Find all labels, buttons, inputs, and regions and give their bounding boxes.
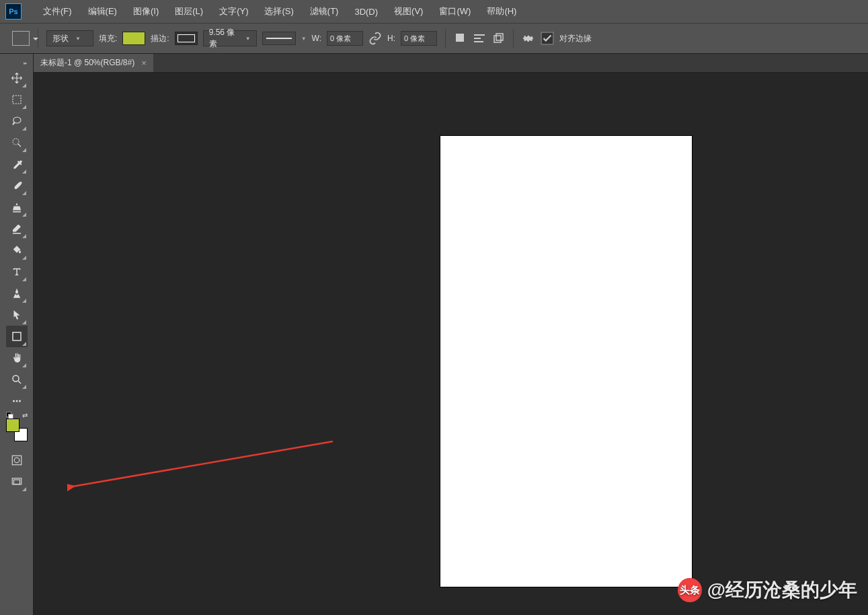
svg-rect-17 [13, 480, 19, 484]
menu-view[interactable]: 视图(V) [386, 5, 431, 17]
shape-mode-value: 形状 [52, 33, 69, 44]
eyedropper-tool[interactable] [6, 153, 28, 175]
gear-icon[interactable] [522, 32, 535, 45]
menu-select[interactable]: 选择(S) [256, 5, 301, 17]
app-logo: Ps [5, 3, 22, 20]
tools-panel: ⇄ [0, 54, 34, 615]
svg-rect-3 [474, 41, 483, 42]
document-tab-title: 未标题-1 @ 50%(RGB/8#) [40, 57, 134, 69]
height-label: H: [387, 34, 395, 43]
color-picker[interactable]: ⇄ [6, 419, 28, 441]
menu-type[interactable]: 文字(Y) [211, 5, 256, 17]
path-alignment-icon[interactable] [473, 32, 486, 45]
default-colors-icon[interactable] [6, 412, 13, 419]
menu-help[interactable]: 帮助(H) [479, 5, 524, 17]
svg-rect-5 [496, 34, 503, 40]
shape-mode-dropdown[interactable]: 形状 ▼ [46, 30, 93, 46]
path-operations-icon[interactable] [454, 32, 467, 45]
stroke-color-swatch[interactable] [175, 32, 198, 45]
zoom-tool[interactable] [6, 369, 28, 390]
quick-mask-tool[interactable] [6, 449, 28, 471]
menu-bar: Ps 文件(F) 编辑(E) 图像(I) 图层(L) 文字(Y) 选择(S) 滤… [0, 0, 868, 23]
hand-tool[interactable] [6, 347, 28, 369]
canvas[interactable] [440, 136, 692, 587]
svg-point-15 [14, 458, 19, 463]
canvas-viewport[interactable] [34, 73, 868, 615]
menu-image[interactable]: 图像(I) [125, 5, 167, 17]
annotation-arrow [67, 436, 336, 503]
rectangular-marquee-tool[interactable] [6, 89, 28, 110]
svg-rect-14 [12, 456, 22, 465]
tool-preset-picker[interactable] [12, 31, 30, 46]
eraser-tool[interactable] [6, 218, 28, 240]
watermark-text: @经历沧桑的少年 [707, 577, 857, 603]
document-area: 未标题-1 @ 50%(RGB/8#) × [34, 54, 868, 615]
menu-file[interactable]: 文件(F) [35, 5, 80, 17]
swap-colors-icon[interactable]: ⇄ [22, 412, 28, 419]
link-icon[interactable] [368, 32, 382, 45]
expand-panel-icon[interactable] [24, 55, 30, 65]
lasso-tool[interactable] [6, 110, 28, 132]
menu-3d[interactable]: 3D(D) [346, 7, 386, 17]
options-bar: 形状 ▼ 填充: 描边: 9.56 像素 ▼ ▼ W: H: 对齐边缘 [0, 23, 868, 54]
chevron-down-icon: ▼ [75, 36, 81, 42]
chevron-down-icon: ▼ [301, 36, 307, 42]
stroke-width-input[interactable]: 9.56 像素 ▼ [203, 30, 257, 46]
svg-rect-0 [456, 34, 464, 42]
svg-point-11 [13, 400, 15, 402]
watermark-icon: 头条 [678, 578, 702, 602]
svg-rect-1 [474, 34, 485, 36]
separator [513, 29, 514, 48]
stroke-width-value: 9.56 像素 [209, 27, 239, 50]
width-input[interactable] [327, 31, 363, 46]
svg-line-18 [73, 441, 333, 486]
align-edges-label: 对齐边缘 [559, 33, 592, 44]
align-edges-checkbox[interactable] [541, 32, 554, 45]
svg-point-13 [19, 400, 21, 402]
document-tab[interactable]: 未标题-1 @ 50%(RGB/8#) × [34, 54, 153, 72]
svg-point-12 [15, 400, 17, 402]
separator [445, 29, 446, 48]
chevron-down-icon: ▼ [245, 36, 251, 42]
fill-label: 填充: [99, 33, 117, 44]
svg-rect-4 [494, 36, 501, 42]
svg-rect-7 [13, 96, 21, 104]
height-input[interactable] [401, 31, 437, 46]
close-tab-icon[interactable]: × [141, 58, 147, 68]
brush-tool[interactable] [6, 175, 28, 196]
foreground-color[interactable] [6, 419, 19, 432]
rectangle-tool[interactable] [6, 326, 28, 347]
menu-window[interactable]: 窗口(W) [431, 5, 479, 17]
stroke-type-dropdown[interactable] [262, 32, 296, 45]
watermark: 头条 @经历沧桑的少年 [678, 577, 857, 603]
menu-layer[interactable]: 图层(L) [167, 5, 211, 17]
path-selection-tool[interactable] [6, 304, 28, 326]
edit-toolbar-button[interactable] [6, 390, 28, 412]
menu-edit[interactable]: 编辑(E) [80, 5, 125, 17]
document-tab-bar: 未标题-1 @ 50%(RGB/8#) × [34, 54, 868, 73]
quick-selection-tool[interactable] [6, 132, 28, 153]
path-arrangement-icon[interactable] [491, 32, 505, 45]
screen-mode-tool[interactable] [6, 471, 28, 493]
paint-bucket-tool[interactable] [6, 240, 28, 261]
type-tool[interactable] [6, 261, 28, 283]
clone-stamp-tool[interactable] [6, 196, 28, 218]
svg-rect-2 [474, 38, 481, 39]
menu-filter[interactable]: 滤镜(T) [302, 5, 347, 17]
move-tool[interactable] [6, 67, 28, 89]
svg-point-10 [13, 375, 19, 382]
pen-tool[interactable] [6, 283, 28, 304]
width-label: W: [312, 34, 321, 43]
fill-color-swatch[interactable] [122, 32, 145, 45]
svg-rect-9 [13, 332, 21, 340]
stroke-label: 描边: [151, 33, 169, 44]
